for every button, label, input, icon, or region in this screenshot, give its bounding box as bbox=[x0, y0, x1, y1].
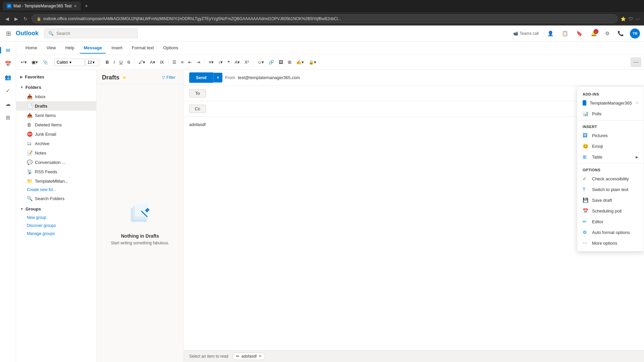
create-folder-link[interactable]: Create new fol... bbox=[16, 186, 96, 194]
shield-btn[interactable]: 🛡 bbox=[629, 16, 633, 21]
font-color-button[interactable]: A▾ bbox=[148, 58, 157, 66]
bookmark-icon-btn[interactable]: 🔖 bbox=[574, 28, 585, 39]
font-selector[interactable]: Calibri ▾ bbox=[54, 59, 85, 66]
sidebar-item-notes[interactable]: 📝 Notes bbox=[16, 148, 96, 158]
highlight-button[interactable]: 🖊▾ bbox=[137, 58, 147, 66]
back-button[interactable]: ◀ bbox=[4, 15, 10, 23]
clear-format-button[interactable]: Ⅸ bbox=[158, 58, 166, 66]
draft-chip[interactable]: ✏ adsfasdf ✕ bbox=[232, 353, 265, 360]
emoji-toolbar-button[interactable]: ☺▾ bbox=[255, 58, 266, 66]
send-dropdown-button[interactable]: ▾ bbox=[213, 73, 222, 82]
more-options-item[interactable]: ⋯ More options bbox=[577, 238, 644, 248]
browser-tab[interactable]: ✉ Mail - TemplateManager365 Test ✕ bbox=[3, 2, 81, 10]
tab-home[interactable]: Home bbox=[21, 43, 41, 54]
tab-insert[interactable]: Insert bbox=[107, 43, 126, 54]
more-toolbar-button[interactable]: ⋯ bbox=[631, 57, 641, 67]
reload-button[interactable]: ↻ bbox=[22, 15, 29, 23]
grid-icon[interactable]: ⊞ bbox=[4, 28, 13, 39]
increase-indent-button[interactable]: ⇥ bbox=[195, 58, 202, 66]
address-bar[interactable]: 🔒 outlook.office.com/mail/compose/AAMkAG… bbox=[32, 14, 618, 23]
check-accessibility-item[interactable]: ✓ Check accessibility bbox=[577, 173, 644, 184]
search-input[interactable] bbox=[56, 31, 123, 36]
switch-plain-item[interactable]: T Switch to plain text bbox=[577, 184, 644, 195]
number-list-button[interactable]: ≡ bbox=[179, 58, 186, 66]
bold-button[interactable]: B bbox=[104, 58, 111, 66]
tab-message[interactable]: Message bbox=[79, 43, 106, 54]
profile-icon-btn[interactable]: 👤 bbox=[545, 28, 556, 39]
teams-call-button[interactable]: 📹 Teams call bbox=[511, 30, 541, 37]
subscript-button[interactable]: A▾ bbox=[232, 58, 242, 66]
forward-button[interactable]: ▶ bbox=[13, 15, 19, 23]
template-icon-btn[interactable]: 📋 bbox=[560, 28, 570, 39]
align-button[interactable]: ≡▾ bbox=[207, 58, 216, 66]
sidebar-item-drafts[interactable]: 📄 Drafts bbox=[16, 101, 96, 111]
auto-format-item[interactable]: ⚙ Auto format options bbox=[577, 227, 644, 238]
tab-format-text[interactable]: Format text bbox=[128, 43, 158, 54]
link-button[interactable]: 🔗 bbox=[267, 58, 276, 66]
contacts-rail-icon[interactable]: 👥 bbox=[2, 71, 14, 83]
tasks-rail-icon[interactable]: ✓ bbox=[2, 84, 14, 97]
close-tab-button[interactable]: ✕ bbox=[74, 4, 77, 8]
picture-button[interactable]: 🖼 bbox=[277, 58, 285, 66]
format-button[interactable]: ▣▾ bbox=[30, 58, 40, 66]
extension-btn[interactable]: ⭐ bbox=[621, 16, 626, 21]
to-button[interactable]: To bbox=[189, 89, 206, 98]
pictures-item[interactable]: 🖼 Pictures bbox=[577, 130, 644, 141]
italic-button[interactable]: I bbox=[111, 58, 117, 66]
sidebar-item-inbox[interactable]: 📥 Inbox bbox=[16, 92, 96, 101]
sidebar-item-deleted[interactable]: 🗑 Deleted Items bbox=[16, 120, 96, 129]
tab-options[interactable]: Options bbox=[159, 43, 182, 54]
attach-button[interactable]: 📎 bbox=[41, 58, 50, 66]
emoji-item[interactable]: 😊 Emoji bbox=[577, 141, 644, 152]
tab-help[interactable]: Help bbox=[61, 43, 78, 54]
signature-button[interactable]: ✍▾ bbox=[294, 58, 306, 66]
line-spacing-button[interactable]: ↕▾ bbox=[216, 58, 225, 66]
sidebar-item-sent[interactable]: 📤 Sent Items bbox=[16, 111, 96, 120]
compose-body[interactable]: adsfasdf bbox=[184, 117, 644, 350]
draft-chip-close[interactable]: ✕ bbox=[259, 354, 262, 358]
sidebar-item-rss[interactable]: 📡 RSS Feeds bbox=[16, 167, 96, 176]
to-input[interactable] bbox=[206, 91, 632, 96]
superscript-button[interactable]: X² bbox=[243, 58, 251, 66]
editor-item[interactable]: ✏ Editor bbox=[577, 216, 644, 227]
onedrive-rail-icon[interactable]: ☁ bbox=[2, 98, 14, 110]
drafts-star-icon[interactable]: ★ bbox=[122, 75, 126, 80]
font-size-selector[interactable]: 12 ▾ bbox=[85, 59, 99, 66]
favorites-header[interactable]: ▶ Favorites bbox=[16, 72, 96, 81]
tab-view[interactable]: View bbox=[43, 43, 60, 54]
decrease-indent-button[interactable]: ⇤ bbox=[186, 58, 194, 66]
undo-button[interactable]: ↩▾ bbox=[19, 58, 29, 66]
filter-button[interactable]: ▽ Filter bbox=[159, 74, 178, 81]
bullet-list-button[interactable]: ☰ bbox=[170, 58, 178, 66]
strikethrough-button[interactable]: S bbox=[125, 58, 132, 66]
table-item[interactable]: ⊞ Table ▶ bbox=[577, 152, 644, 162]
settings-btn[interactable]: ⚙ bbox=[603, 28, 611, 39]
menu-btn[interactable]: ⋯ bbox=[636, 16, 640, 21]
notification-btn[interactable]: 🔔 11 bbox=[589, 28, 599, 39]
sidebar-item-archive[interactable]: 🗂 Archive bbox=[16, 139, 96, 148]
sidebar-item-conversation[interactable]: 💬 Conversation ... bbox=[16, 158, 96, 167]
cc-input[interactable] bbox=[206, 106, 639, 111]
apps-rail-icon[interactable]: ⊞ bbox=[2, 111, 14, 123]
quote-button[interactable]: ❝ bbox=[225, 58, 232, 66]
search-bar[interactable]: 🔍 bbox=[44, 28, 138, 38]
phone-btn[interactable]: 📞 bbox=[615, 28, 626, 39]
sidebar-item-templateman[interactable]: 📁 TemplateMMan... bbox=[16, 176, 96, 186]
scheduling-poll-item[interactable]: 📅 Scheduling poll bbox=[577, 205, 644, 216]
underline-button[interactable]: U bbox=[117, 58, 124, 66]
folders-header[interactable]: ▼ Folders bbox=[16, 83, 96, 92]
new-tab-button[interactable]: + bbox=[84, 3, 89, 9]
calendar-rail-icon[interactable]: 📅 bbox=[2, 58, 14, 70]
sidebar-item-search-folders[interactable]: 🔍 Search Folders bbox=[16, 194, 96, 203]
avatar[interactable]: TR bbox=[630, 28, 640, 39]
template-manager-item[interactable]: T TemplateManager365 ↗ bbox=[577, 98, 644, 108]
table-toolbar-button[interactable]: ⊞ bbox=[286, 58, 293, 66]
polls-item[interactable]: 📊 Polls bbox=[577, 108, 644, 119]
sidebar-item-junk[interactable]: ⛔ Junk Email bbox=[16, 129, 96, 139]
cc-button[interactable]: Cc bbox=[189, 105, 206, 113]
new-group-link[interactable]: New group bbox=[16, 214, 96, 222]
save-draft-item[interactable]: 💾 Save draft bbox=[577, 195, 644, 205]
groups-header[interactable]: ▼ Groups bbox=[16, 204, 96, 214]
mail-rail-icon[interactable]: ✉ bbox=[2, 44, 14, 56]
sensitivity-button[interactable]: 🔒▾ bbox=[307, 58, 318, 66]
